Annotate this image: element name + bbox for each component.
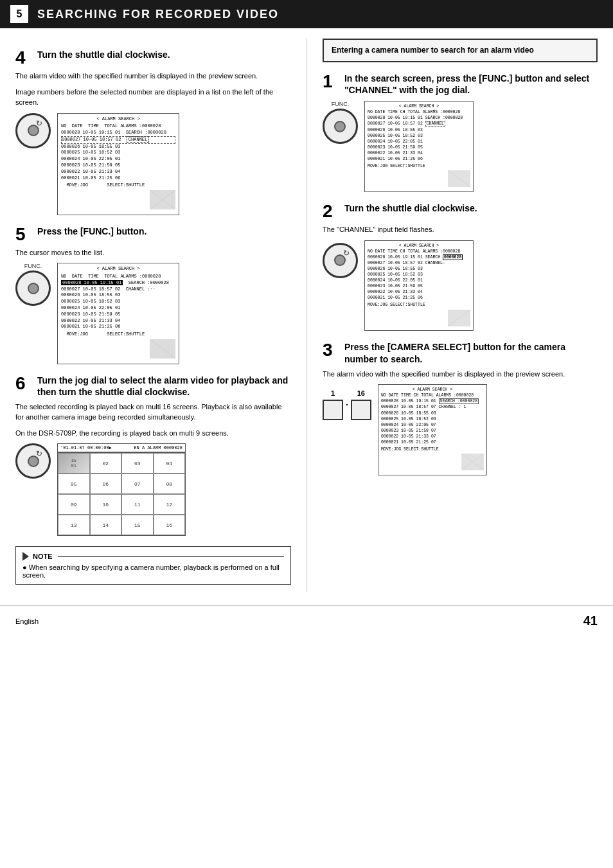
step-r3-body: The alarm video with the specified numbe… <box>323 369 598 380</box>
grid-cell-10: 10 <box>90 494 122 515</box>
step5-header: 5 Press the [FUNC.] button. <box>15 226 291 244</box>
footer-language: English <box>15 617 39 625</box>
grid-cell-02: 02 <box>90 453 122 474</box>
cam-label-16: 16 <box>357 389 365 397</box>
step-r2-title: Turn the shuttle dial clockwise. <box>344 202 477 214</box>
step4-screen: < ALARM SEARCH > NO DATE TIME TOTAL ALAR… <box>57 113 179 215</box>
step6-body1: The selected recording is played back on… <box>15 402 291 423</box>
grid-cell-01: SA 01 <box>58 453 90 474</box>
cam-btn-1[interactable] <box>323 400 343 420</box>
step5-dial <box>15 270 51 306</box>
step4-dial: ↻ <box>15 113 51 148</box>
footer-page-number: 41 <box>583 614 598 628</box>
step-r3-header: 3 Press the [CAMERA SELECT] button for t… <box>323 341 598 364</box>
step-r2-num: 2 <box>323 202 338 220</box>
cam-btn-16[interactable] <box>351 400 371 420</box>
step-r1-header: 1 In the search screen, press the [FUNC.… <box>323 73 598 96</box>
step-r2-dial: ↻ <box>323 243 358 278</box>
step-r3-title: Press the [CAMERA SELECT] button for the… <box>344 341 598 364</box>
cam-label-1: 1 <box>331 389 335 397</box>
step-r1-figure: FUNC. < ALARM SEARCH > NO DATE TIME CH T… <box>323 101 598 192</box>
step-r3-screen: < ALARM SEARCH > NO DATE TIME CH TOTAL A… <box>378 384 487 475</box>
step6-multi-screen: '01-01-07 00:00:00▶ EN A ALARM 0000028 S… <box>57 443 186 536</box>
page-footer: English 41 <box>0 605 613 636</box>
grid-cell-06: 06 <box>90 474 122 494</box>
grid-cell-15: 15 <box>121 515 154 535</box>
step5-body: The cursor moves to the list. <box>15 247 291 258</box>
chapter-title: SEARCHING FOR RECORDED VIDEO <box>37 8 279 21</box>
page-header: 5 SEARCHING FOR RECORDED VIDEO <box>0 0 613 28</box>
step5-num: 5 <box>15 226 31 244</box>
step6-header: 6 Turn the jog dial to select the alarm … <box>15 375 291 398</box>
step4-header: 4 Turn the shuttle dial clockwise. <box>15 49 291 67</box>
grid-cell-16: 16 <box>154 515 186 535</box>
grid-cell-04: 04 <box>154 453 186 474</box>
step6-dial: ↻ <box>15 443 51 479</box>
step-r1-func: FUNC. <box>323 101 358 144</box>
step4-figure: ↻ < ALARM SEARCH > NO DATE TIME TOTAL AL… <box>15 113 291 215</box>
step-r3-figure: 1 · 16 < ALARM SEARCH > NO DATE TIME CH … <box>323 384 598 475</box>
grid-cell-08: 08 <box>154 474 186 494</box>
step5-func: FUNC. <box>15 263 51 306</box>
step6-body2: On the DSR-5709P, the recording is playe… <box>15 428 291 439</box>
step6-title: Turn the jog dial to select the alarm vi… <box>37 375 291 398</box>
grid-cell-07: 07 <box>121 474 154 494</box>
camera-buttons: 1 · 16 <box>323 389 371 420</box>
step-r1-screen: < ALARM SEARCH > NO DATE TIME CH TOTAL A… <box>364 101 474 192</box>
callout-box: Entering a camera number to search for a… <box>323 39 598 62</box>
step4-title: Turn the shuttle dial clockwise. <box>37 49 170 60</box>
step-r1-title: In the search screen, press the [FUNC.] … <box>344 73 598 96</box>
step4-num: 4 <box>15 49 31 67</box>
note-box: NOTE ● When searching by specifying a ca… <box>15 546 291 585</box>
grid-cell-03: 03 <box>121 453 154 474</box>
step6-num: 6 <box>15 375 31 393</box>
step-r2-body: The "CHANNEL" input field flashes. <box>323 224 598 235</box>
step5-screen: < ALARM SEARCH > NO DATE TIME TOTAL ALAR… <box>57 263 179 364</box>
grid-cell-14: 14 <box>90 515 122 535</box>
step4-body2: Image numbers before the selected number… <box>15 87 291 108</box>
left-column: 4 Turn the shuttle dial clockwise. The a… <box>15 39 306 592</box>
grid-cell-11: 11 <box>121 494 154 515</box>
step5-figure: FUNC. < ALARM SEARCH > NO DATE TIME TOTA… <box>15 263 291 364</box>
note-header: NOTE <box>22 552 284 561</box>
note-text: ● When searching by specifying a camera … <box>22 563 284 579</box>
step-r1-num: 1 <box>323 73 338 91</box>
grid-cell-13: 13 <box>58 515 90 535</box>
cam-dash: · <box>346 400 348 410</box>
chapter-number: 5 <box>10 5 28 23</box>
grid-cell-12: 12 <box>154 494 186 515</box>
step5-title: Press the [FUNC.] button. <box>37 226 147 237</box>
grid-cell-09: 09 <box>58 494 90 515</box>
grid-cell-05: 05 <box>58 474 90 494</box>
step-r2-header: 2 Turn the shuttle dial clockwise. <box>323 202 598 220</box>
step-r2-screen: < ALARM SEARCH > NO DATE TIME CH TOTAL A… <box>364 240 474 332</box>
right-column: Entering a camera number to search for a… <box>306 39 598 592</box>
step6-figure: ↻ '01-01-07 00:00:00▶ EN A ALARM 0000028… <box>15 443 291 536</box>
note-triangle-icon <box>22 552 29 561</box>
step-r2-figure: ↻ < ALARM SEARCH > NO DATE TIME CH TOTAL… <box>323 240 598 332</box>
step4-body1: The alarm video with the specified numbe… <box>15 71 291 82</box>
step-r3-num: 3 <box>323 341 338 359</box>
step-r1-dial <box>323 109 358 144</box>
